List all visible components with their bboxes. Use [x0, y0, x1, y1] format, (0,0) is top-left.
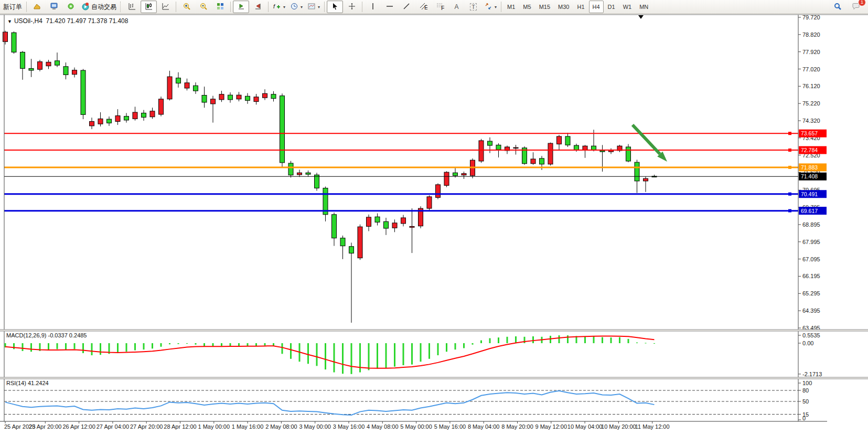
auto-trading-button[interactable]: 自动交易 — [79, 1, 119, 13]
candle — [81, 70, 85, 114]
vertical-line-button[interactable] — [365, 1, 381, 13]
candlestick-chart-button[interactable] — [141, 1, 157, 13]
candle — [557, 136, 562, 144]
candle — [315, 175, 319, 188]
timeframe-m5[interactable]: M5 — [519, 1, 534, 13]
periods-button[interactable]: ▾ — [288, 1, 305, 13]
horizontal-line-icon — [385, 2, 394, 12]
time-label: 27 Apr 04:00 — [97, 423, 129, 430]
hline-handle[interactable] — [788, 166, 791, 169]
time-label: 10 May 20:00 — [601, 423, 636, 430]
notifications-button[interactable]: 1 — [848, 1, 864, 13]
text-label-tool-button[interactable]: T — [465, 1, 481, 13]
candle — [38, 62, 42, 70]
new-order-button[interactable]: 新订单 — [1, 1, 24, 13]
separator — [501, 2, 501, 12]
gold-chart-icon — [33, 2, 41, 12]
candle — [626, 147, 631, 161]
search-button[interactable] — [829, 1, 845, 13]
candle — [410, 226, 414, 227]
candle — [115, 116, 120, 122]
bar-chart-button[interactable] — [124, 1, 140, 13]
vertical-line-icon — [369, 2, 377, 12]
auto-trading-label: 自动交易 — [91, 3, 116, 12]
hline-handle[interactable] — [788, 148, 791, 152]
chart-shift-icon — [254, 2, 262, 12]
trendline-icon — [402, 2, 411, 12]
auto-scroll-icon — [237, 2, 245, 12]
candle — [635, 162, 639, 181]
timeframe-m30[interactable]: M30 — [554, 1, 573, 13]
chart-canvas[interactable]: 79.72078.82077.92077.02076.12075.22074.3… — [0, 0, 868, 435]
candle — [427, 197, 432, 208]
candle — [167, 77, 172, 99]
text-tool-button[interactable]: A — [448, 1, 465, 13]
macd-tick: 0.00 — [802, 340, 813, 346]
candle — [288, 163, 293, 175]
candle — [12, 33, 16, 52]
notification-badge: 1 — [858, 0, 866, 6]
candle — [263, 93, 267, 98]
candle — [332, 215, 337, 238]
arrows-tool-button[interactable]: ▾ — [482, 1, 499, 13]
price-tick: 79.720 — [802, 14, 820, 20]
candle — [592, 146, 596, 150]
time-label: 9 May 12:00 — [535, 423, 567, 430]
timeframe-h4[interactable]: H4 — [589, 1, 604, 13]
timeframe-mn[interactable]: MN — [636, 1, 652, 13]
crosshair-button[interactable] — [344, 1, 360, 13]
timeframe-w1[interactable]: W1 — [619, 1, 636, 13]
templates-button[interactable]: ▾ — [305, 1, 322, 13]
tile-windows-button[interactable] — [212, 1, 228, 13]
candle — [159, 99, 164, 114]
toolbar: 新订单 自动交易 — [0, 0, 868, 14]
price-tick: 78.820 — [802, 31, 820, 38]
candle — [133, 112, 137, 119]
signal-button[interactable] — [62, 1, 79, 13]
candle — [176, 78, 181, 83]
candle — [392, 223, 397, 228]
separator — [176, 2, 176, 12]
candle — [3, 32, 8, 41]
chevron-down-icon: ▾ — [318, 5, 320, 9]
auto-scroll-button[interactable] — [233, 1, 249, 13]
price-tick: 76.120 — [802, 83, 820, 89]
price-tick: 66.195 — [802, 273, 820, 279]
svg-text:69.617: 69.617 — [801, 208, 818, 214]
chevron-down-icon: ▾ — [495, 5, 497, 9]
chart-shift-button[interactable] — [250, 1, 266, 13]
chevron-down-icon: ▾ — [283, 5, 285, 9]
svg-text:f: f — [273, 3, 275, 9]
hline-handle[interactable] — [788, 209, 791, 213]
candle — [297, 173, 302, 175]
candle — [194, 86, 198, 91]
price-tick: 65.295 — [802, 290, 820, 296]
timeframe-d1[interactable]: D1 — [604, 1, 619, 13]
cursor-button[interactable] — [327, 1, 343, 13]
candle — [202, 96, 207, 103]
zoom-in-icon — [183, 2, 191, 12]
fibonacci-button[interactable]: F — [432, 1, 448, 13]
horizontal-line-button[interactable] — [381, 1, 398, 13]
candle — [185, 83, 189, 88]
zoom-in-button[interactable] — [178, 1, 195, 13]
zoom-out-button[interactable] — [195, 1, 211, 13]
collapse-triangle-icon[interactable]: ▼ — [7, 19, 12, 24]
candle — [436, 185, 441, 197]
svg-text:73.657: 73.657 — [801, 130, 818, 136]
indicators-button[interactable]: f ▾ — [271, 1, 287, 13]
timeframe-m15[interactable]: M15 — [535, 1, 554, 13]
hline-handle[interactable] — [788, 193, 791, 196]
candle — [237, 95, 241, 99]
profit-chart-button[interactable] — [29, 1, 45, 13]
timeframe-h1[interactable]: H1 — [573, 1, 588, 13]
candle — [72, 70, 77, 75]
market-watch-button[interactable] — [46, 1, 62, 13]
trendline-button[interactable] — [398, 1, 414, 13]
hline-handle[interactable] — [788, 132, 791, 135]
timeframe-m1[interactable]: M1 — [503, 1, 519, 13]
line-chart-button[interactable] — [157, 1, 174, 13]
cursor-icon — [331, 2, 339, 12]
equidistant-channel-button[interactable]: E — [415, 1, 431, 13]
candle — [367, 217, 371, 227]
